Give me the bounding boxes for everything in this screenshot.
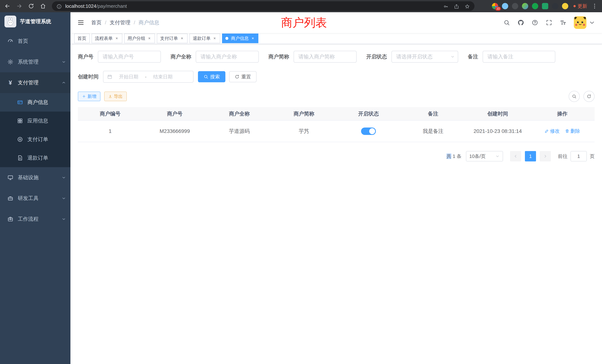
sidebar-item-system[interactable]: 系统管理 bbox=[0, 52, 70, 72]
remark-input[interactable] bbox=[483, 51, 555, 63]
browser-update-button[interactable]: 更新 bbox=[573, 3, 587, 10]
column-header: 商户编号 bbox=[78, 107, 142, 120]
close-icon[interactable]: × bbox=[147, 36, 152, 41]
forward-icon[interactable] bbox=[16, 2, 23, 10]
close-icon[interactable]: × bbox=[180, 36, 184, 41]
sidebar-item-refund-order[interactable]: 退款订单 bbox=[0, 149, 70, 167]
app-logo[interactable]: 芋道管理系统 bbox=[0, 12, 70, 31]
refresh-table-button[interactable] bbox=[583, 91, 595, 102]
add-button[interactable]: 新增 bbox=[78, 92, 100, 101]
password-key-icon[interactable] bbox=[443, 3, 449, 10]
search-icon[interactable] bbox=[503, 19, 510, 26]
status-select[interactable] bbox=[391, 51, 458, 63]
sidebar-item-home[interactable]: 首页 bbox=[0, 31, 70, 52]
extension-icon-drop[interactable] bbox=[502, 3, 508, 9]
close-icon[interactable]: × bbox=[212, 36, 217, 41]
url-text: localhost:1024/pay/merchant bbox=[65, 3, 440, 9]
page-number-1[interactable]: 1 bbox=[525, 151, 536, 161]
reset-button[interactable]: 重置 bbox=[229, 71, 257, 82]
edit-button[interactable]: 修改 bbox=[545, 128, 560, 134]
next-page-button[interactable] bbox=[540, 151, 551, 161]
extension-icon-dark[interactable] bbox=[512, 3, 518, 9]
tab-merchant-info[interactable]: 商户信息× bbox=[222, 33, 258, 43]
delete-button[interactable]: 删除 bbox=[565, 128, 580, 134]
pagination-total-rest: 1 条 bbox=[451, 153, 462, 159]
extension-badge: 10 bbox=[495, 7, 501, 11]
pagination-total-prefix: 共 bbox=[447, 153, 451, 159]
extension-icon-green-square[interactable] bbox=[542, 3, 548, 9]
goto-suffix: 页 bbox=[590, 153, 595, 160]
site-info-icon[interactable] bbox=[56, 3, 62, 10]
browser-menu-icon[interactable] bbox=[591, 2, 598, 10]
github-icon[interactable] bbox=[517, 19, 524, 26]
tab-pay-order[interactable]: 支付订单× bbox=[157, 33, 188, 43]
edit-label: 修改 bbox=[550, 128, 560, 134]
browser-profile-avatar[interactable] bbox=[562, 3, 568, 9]
sidebar-item-app-info[interactable]: 应用信息 bbox=[0, 112, 70, 130]
start-date-input[interactable] bbox=[115, 74, 143, 80]
search-button[interactable]: 搜索 bbox=[198, 71, 225, 82]
help-icon[interactable] bbox=[532, 19, 538, 26]
full-name-input[interactable] bbox=[196, 51, 259, 63]
extension-icon-pinwheel[interactable] bbox=[552, 3, 558, 9]
tab-label: 用户分组 bbox=[128, 35, 145, 41]
user-avatar bbox=[574, 16, 586, 29]
sidebar-item-workflow[interactable]: 工作流程 bbox=[0, 209, 70, 229]
back-icon[interactable] bbox=[4, 2, 11, 10]
page-size-value[interactable] bbox=[466, 151, 503, 161]
page-size-select[interactable] bbox=[466, 151, 503, 161]
home-icon[interactable] bbox=[39, 2, 47, 10]
top-navbar: 首页 / 支付管理 / 商户信息 bbox=[70, 12, 602, 33]
chevron-right-icon bbox=[543, 154, 548, 159]
cell-merchant-no: M233666999 bbox=[142, 120, 207, 142]
sidebar-submenu-payment: 商户信息 应用信息 支付订单 退款订单 bbox=[0, 93, 70, 167]
tab-home[interactable]: 首页 bbox=[74, 33, 90, 43]
sidebar-item-label: 支付管理 bbox=[18, 79, 39, 86]
status-toggle[interactable] bbox=[361, 128, 376, 135]
breadcrumb-section[interactable]: 支付管理 bbox=[110, 19, 130, 26]
export-button[interactable]: 导出 bbox=[104, 92, 127, 101]
hamburger-icon[interactable] bbox=[77, 19, 85, 26]
merchant-no-input[interactable] bbox=[98, 51, 161, 63]
toggle-search-button[interactable] bbox=[569, 91, 580, 102]
cell-create-time: 2021-10-23 08:31:14 bbox=[465, 120, 530, 142]
sidebar-item-infrastructure[interactable]: 基础设施 bbox=[0, 167, 70, 188]
user-menu[interactable] bbox=[574, 16, 595, 29]
tab-user-group[interactable]: 用户分组× bbox=[124, 33, 155, 43]
sidebar-item-label: 退款订单 bbox=[27, 154, 48, 161]
bookmark-star-icon[interactable] bbox=[464, 3, 470, 10]
fullscreen-icon[interactable] bbox=[546, 19, 552, 26]
goto-page-input[interactable] bbox=[570, 151, 587, 161]
close-icon[interactable]: × bbox=[251, 36, 255, 41]
date-range-picker[interactable]: - bbox=[103, 71, 194, 83]
reload-icon[interactable] bbox=[27, 2, 35, 10]
tab-process-form[interactable]: 流程表单× bbox=[92, 33, 122, 43]
column-header: 商户全称 bbox=[207, 107, 272, 120]
tab-label: 退款订单 bbox=[193, 35, 211, 41]
extension-icon-green-circle[interactable] bbox=[532, 3, 538, 9]
url-bar[interactable]: localhost:1024/pay/merchant bbox=[52, 1, 474, 11]
end-date-input[interactable] bbox=[149, 74, 177, 80]
pagination-total: 共 1 条 bbox=[447, 153, 462, 160]
sidebar-item-dev-tools[interactable]: 研发工具 bbox=[0, 188, 70, 209]
column-header: 开启状态 bbox=[336, 107, 401, 120]
cell-full-name: 芋道源码 bbox=[207, 120, 272, 142]
sidebar-item-merchant-info[interactable]: 商户信息 bbox=[0, 93, 70, 112]
short-name-input[interactable] bbox=[294, 51, 357, 63]
extensions-icon[interactable]: 10 bbox=[492, 3, 498, 9]
share-icon[interactable] bbox=[454, 3, 459, 10]
table-tools bbox=[569, 91, 595, 102]
breadcrumb-home[interactable]: 首页 bbox=[91, 19, 102, 26]
prev-page-button[interactable] bbox=[510, 151, 521, 161]
active-dot-icon bbox=[225, 37, 228, 40]
extension-icon-multicolor[interactable] bbox=[522, 3, 528, 9]
monitor-icon bbox=[7, 175, 14, 181]
sidebar-item-label: 工作流程 bbox=[18, 215, 39, 223]
app-title: 芋道管理系统 bbox=[20, 18, 51, 25]
sidebar-item-pay-order[interactable]: 支付订单 bbox=[0, 130, 70, 149]
sidebar-item-label: 首页 bbox=[18, 38, 28, 45]
close-icon[interactable]: × bbox=[115, 36, 119, 41]
font-size-icon[interactable] bbox=[560, 19, 566, 26]
sidebar-item-payment[interactable]: ¥ 支付管理 bbox=[0, 72, 70, 93]
tab-refund-order[interactable]: 退款订单× bbox=[189, 33, 220, 43]
